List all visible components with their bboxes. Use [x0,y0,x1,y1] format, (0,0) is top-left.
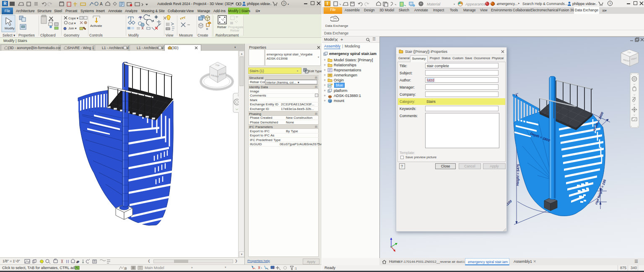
svg-text:A: A [100,2,103,6]
svg-text:Rebar: Rebar [230,29,239,32]
svg-text:Height = 5475: Height = 5475 [516,164,520,186]
svg-text:?: ? [401,164,403,168]
svg-text::0: :0 [124,267,127,270]
svg-text:Appearance: Appearance [465,2,486,6]
svg-text:Material: Material [427,2,441,6]
svg-text:Cut ▾: Cut ▾ [68,21,76,25]
svg-text:Modify: Modify [5,26,15,30]
svg-text:Join ▾: Join ▾ [68,26,77,30]
svg-text:▾: ▾ [454,3,455,5]
svg-text:Activate: Activate [90,24,102,28]
svg-text::1: :1 [294,267,297,270]
svg-text:𝑎›: 𝑎› [76,260,79,264]
svg-text:Cope ▾: Cope ▾ [68,16,78,20]
svg-text:Rebar: Rebar [217,25,226,29]
